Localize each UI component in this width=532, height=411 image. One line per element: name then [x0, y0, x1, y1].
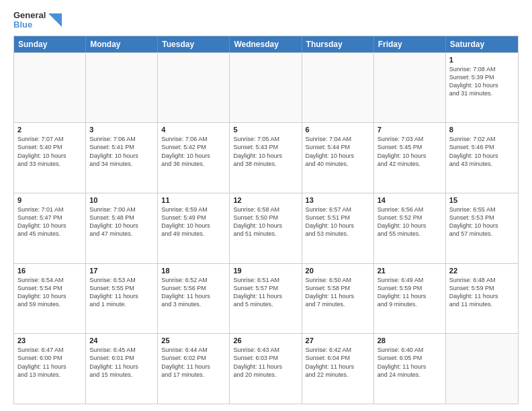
day-number: 9 — [17, 196, 82, 204]
day-info: Sunrise: 6:48 AM Sunset: 5:59 PM Dayligh… — [449, 276, 515, 309]
day-number: 28 — [378, 336, 442, 345]
day-cell-14: 14Sunrise: 6:56 AM Sunset: 5:52 PM Dayli… — [374, 193, 446, 263]
day-number: 15 — [449, 196, 515, 204]
day-cell-empty — [14, 53, 86, 123]
day-cell-12: 12Sunrise: 6:58 AM Sunset: 5:50 PM Dayli… — [230, 193, 302, 263]
day-number: 26 — [233, 336, 298, 345]
day-cell-15: 15Sunrise: 6:55 AM Sunset: 5:53 PM Dayli… — [446, 193, 518, 263]
day-cell-1: 1Sunrise: 7:08 AM Sunset: 5:39 PM Daylig… — [446, 53, 518, 123]
calendar-header: SundayMondayTuesdayWednesdayThursdayFrid… — [14, 36, 518, 52]
day-info: Sunrise: 7:00 AM Sunset: 5:48 PM Dayligh… — [89, 205, 154, 238]
day-info: Sunrise: 6:50 AM Sunset: 5:58 PM Dayligh… — [306, 276, 370, 309]
day-cell-21: 21Sunrise: 6:49 AM Sunset: 5:59 PM Dayli… — [374, 264, 446, 334]
day-info: Sunrise: 7:05 AM Sunset: 5:43 PM Dayligh… — [233, 135, 298, 168]
day-number: 5 — [233, 126, 298, 134]
day-number: 20 — [306, 267, 370, 275]
day-number: 14 — [378, 196, 442, 204]
header: General Blue — [13, 11, 519, 30]
day-number: 8 — [449, 126, 515, 134]
day-cell-11: 11Sunrise: 6:59 AM Sunset: 5:49 PM Dayli… — [158, 193, 230, 263]
day-info: Sunrise: 6:56 AM Sunset: 5:52 PM Dayligh… — [378, 205, 442, 238]
day-cell-7: 7Sunrise: 7:03 AM Sunset: 5:45 PM Daylig… — [374, 123, 446, 193]
day-number: 12 — [233, 196, 298, 204]
logo-general: General — [13, 11, 46, 20]
day-cell-6: 6Sunrise: 7:04 AM Sunset: 5:44 PM Daylig… — [302, 123, 374, 193]
day-cell-8: 8Sunrise: 7:02 AM Sunset: 5:46 PM Daylig… — [446, 123, 518, 193]
day-cell-3: 3Sunrise: 7:06 AM Sunset: 5:41 PM Daylig… — [86, 123, 158, 193]
day-cell-19: 19Sunrise: 6:51 AM Sunset: 5:57 PM Dayli… — [230, 264, 302, 334]
day-cell-25: 25Sunrise: 6:44 AM Sunset: 6:02 PM Dayli… — [158, 334, 230, 404]
day-cell-18: 18Sunrise: 6:52 AM Sunset: 5:56 PM Dayli… — [158, 264, 230, 334]
day-info: Sunrise: 6:53 AM Sunset: 5:55 PM Dayligh… — [89, 276, 154, 309]
day-cell-empty — [158, 53, 230, 123]
day-info: Sunrise: 6:52 AM Sunset: 5:56 PM Dayligh… — [161, 276, 226, 309]
day-cell-empty — [86, 53, 158, 123]
day-info: Sunrise: 7:06 AM Sunset: 5:41 PM Dayligh… — [89, 135, 154, 168]
weekday-header-saturday: Saturday — [446, 36, 518, 52]
logo: General Blue — [13, 11, 62, 30]
day-info: Sunrise: 6:40 AM Sunset: 6:05 PM Dayligh… — [378, 346, 442, 379]
calendar-row-2: 2Sunrise: 7:07 AM Sunset: 5:40 PM Daylig… — [14, 122, 518, 193]
day-number: 2 — [17, 126, 82, 134]
calendar-row-5: 23Sunrise: 6:47 AM Sunset: 6:00 PM Dayli… — [14, 333, 518, 404]
calendar-body: 1Sunrise: 7:08 AM Sunset: 5:39 PM Daylig… — [14, 52, 518, 404]
day-number: 17 — [89, 267, 154, 275]
day-cell-26: 26Sunrise: 6:43 AM Sunset: 6:03 PM Dayli… — [230, 334, 302, 404]
day-info: Sunrise: 6:59 AM Sunset: 5:49 PM Dayligh… — [161, 205, 226, 238]
day-info: Sunrise: 7:01 AM Sunset: 5:47 PM Dayligh… — [17, 205, 82, 238]
day-info: Sunrise: 6:49 AM Sunset: 5:59 PM Dayligh… — [378, 276, 442, 309]
svg-marker-0 — [48, 13, 62, 27]
weekday-header-friday: Friday — [374, 36, 446, 52]
day-cell-16: 16Sunrise: 6:54 AM Sunset: 5:54 PM Dayli… — [14, 264, 86, 334]
day-info: Sunrise: 7:02 AM Sunset: 5:46 PM Dayligh… — [449, 135, 515, 168]
day-info: Sunrise: 7:07 AM Sunset: 5:40 PM Dayligh… — [17, 135, 82, 168]
day-number: 10 — [89, 196, 154, 204]
day-number: 6 — [306, 126, 370, 134]
weekday-header-thursday: Thursday — [302, 36, 374, 52]
day-number: 18 — [161, 267, 226, 275]
day-number: 19 — [233, 267, 298, 275]
day-info: Sunrise: 6:47 AM Sunset: 6:00 PM Dayligh… — [17, 346, 82, 379]
day-info: Sunrise: 7:06 AM Sunset: 5:42 PM Dayligh… — [161, 135, 226, 168]
weekday-header-monday: Monday — [86, 36, 158, 52]
day-info: Sunrise: 6:42 AM Sunset: 6:04 PM Dayligh… — [306, 346, 370, 379]
day-info: Sunrise: 6:43 AM Sunset: 6:03 PM Dayligh… — [233, 346, 298, 379]
day-number: 21 — [378, 267, 442, 275]
day-info: Sunrise: 6:54 AM Sunset: 5:54 PM Dayligh… — [17, 276, 82, 309]
day-number: 16 — [17, 267, 82, 275]
calendar-row-4: 16Sunrise: 6:54 AM Sunset: 5:54 PM Dayli… — [14, 263, 518, 334]
day-info: Sunrise: 7:03 AM Sunset: 5:45 PM Dayligh… — [378, 135, 442, 168]
day-number: 1 — [449, 56, 515, 64]
day-info: Sunrise: 7:04 AM Sunset: 5:44 PM Dayligh… — [306, 135, 370, 168]
day-cell-22: 22Sunrise: 6:48 AM Sunset: 5:59 PM Dayli… — [446, 264, 518, 334]
day-number: 4 — [161, 126, 226, 134]
day-info: Sunrise: 6:57 AM Sunset: 5:51 PM Dayligh… — [306, 205, 370, 238]
day-number: 7 — [378, 126, 442, 134]
day-cell-empty — [374, 53, 446, 123]
day-cell-20: 20Sunrise: 6:50 AM Sunset: 5:58 PM Dayli… — [302, 264, 374, 334]
day-info: Sunrise: 6:51 AM Sunset: 5:57 PM Dayligh… — [233, 276, 298, 309]
day-cell-5: 5Sunrise: 7:05 AM Sunset: 5:43 PM Daylig… — [230, 123, 302, 193]
day-info: Sunrise: 6:44 AM Sunset: 6:02 PM Dayligh… — [161, 346, 226, 379]
calendar-row-1: 1Sunrise: 7:08 AM Sunset: 5:39 PM Daylig… — [14, 52, 518, 123]
weekday-header-sunday: Sunday — [14, 36, 86, 52]
day-number: 23 — [17, 336, 82, 345]
day-info: Sunrise: 6:55 AM Sunset: 5:53 PM Dayligh… — [449, 205, 515, 238]
day-number: 11 — [161, 196, 226, 204]
day-cell-empty — [230, 53, 302, 123]
day-number: 25 — [161, 336, 226, 345]
logo-triangle-icon — [48, 13, 62, 27]
day-info: Sunrise: 7:08 AM Sunset: 5:39 PM Dayligh… — [449, 65, 515, 98]
day-cell-27: 27Sunrise: 6:42 AM Sunset: 6:04 PM Dayli… — [302, 334, 374, 404]
day-number: 27 — [306, 336, 370, 345]
day-cell-24: 24Sunrise: 6:45 AM Sunset: 6:01 PM Dayli… — [86, 334, 158, 404]
day-cell-2: 2Sunrise: 7:07 AM Sunset: 5:40 PM Daylig… — [14, 123, 86, 193]
weekday-header-wednesday: Wednesday — [230, 36, 302, 52]
day-cell-empty — [446, 334, 518, 404]
day-number: 22 — [449, 267, 515, 275]
day-cell-empty — [302, 53, 374, 123]
day-number: 13 — [306, 196, 370, 204]
day-cell-17: 17Sunrise: 6:53 AM Sunset: 5:55 PM Dayli… — [86, 264, 158, 334]
page: General Blue SundayMondayTuesdayWednesda… — [0, 0, 532, 411]
calendar-row-3: 9Sunrise: 7:01 AM Sunset: 5:47 PM Daylig… — [14, 193, 518, 263]
